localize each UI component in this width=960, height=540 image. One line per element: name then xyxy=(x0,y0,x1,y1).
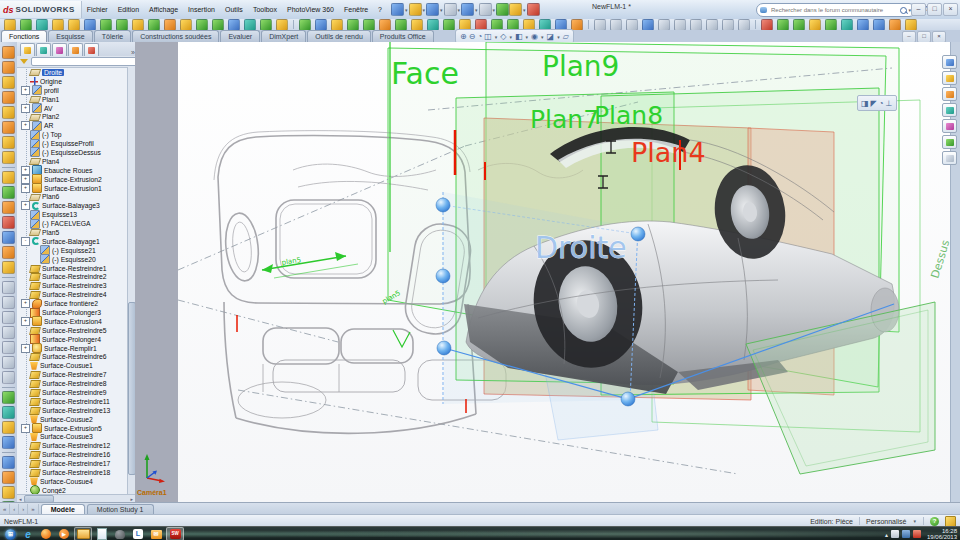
zoom-fit-icon[interactable]: ⊕ xyxy=(460,31,467,43)
toolbar-icon[interactable] xyxy=(841,19,853,31)
tree-item-surface-restreindre4[interactable]: Surface-Restreindre4 xyxy=(17,290,128,299)
toolbar-icon[interactable] xyxy=(2,186,15,199)
toolbar-icon[interactable] xyxy=(2,76,15,89)
menu-edition[interactable]: Edition xyxy=(113,1,144,19)
plan8-label[interactable]: Plan8 xyxy=(594,101,663,130)
toolbar-icon[interactable] xyxy=(443,19,455,31)
gimp-icon[interactable] xyxy=(112,528,128,540)
toolbar-icon[interactable] xyxy=(2,261,15,274)
tree-item-surface-restreindre11[interactable]: Surface-Restreindre11 xyxy=(17,397,128,406)
display-style-icon[interactable]: ◧ xyxy=(515,31,523,43)
undo-button-dropdown-icon[interactable]: ▾ xyxy=(475,7,478,13)
tray-caret-icon[interactable]: ▴ xyxy=(885,531,888,538)
toolbar-icon[interactable] xyxy=(36,19,48,31)
toolbar-icon[interactable] xyxy=(2,246,15,259)
menu-photoview-360[interactable]: PhotoView 360 xyxy=(282,1,339,19)
toolbar-icon[interactable] xyxy=(873,19,885,31)
tree-item-esquissedessus[interactable]: (-) EsquisseDessus xyxy=(17,148,128,157)
model-view[interactable]: plan5 plan5 Face Plan9 Plan7 Plan8 Plan4… xyxy=(178,42,950,502)
toolbar-icon[interactable] xyxy=(2,341,15,354)
control-point[interactable] xyxy=(631,227,645,241)
tree-item-surface-cousue3[interactable]: Surface-Cousue3 xyxy=(17,433,128,442)
menu-affichage[interactable]: Affichage xyxy=(144,1,183,19)
firefox-icon[interactable] xyxy=(38,528,54,540)
tree-item-surface-restreindre3[interactable]: Surface-Restreindre3 xyxy=(17,281,128,290)
toolbar-icon[interactable] xyxy=(2,171,15,184)
open-button[interactable] xyxy=(409,3,422,16)
toolbar-icon[interactable] xyxy=(2,231,15,244)
new-document-button-dropdown-icon[interactable]: ▾ xyxy=(405,7,408,13)
scene-icon[interactable] xyxy=(942,135,957,149)
plan9-label[interactable]: Plan9 xyxy=(542,50,619,83)
plan7-label[interactable]: Plan7 xyxy=(530,105,599,134)
save-button[interactable] xyxy=(426,3,439,16)
previous-view-icon[interactable]: ◔ xyxy=(477,31,482,43)
expand-icon[interactable]: + xyxy=(21,299,30,308)
notepad-icon[interactable] xyxy=(94,528,110,540)
toolbar-icon[interactable] xyxy=(347,19,359,31)
appearance-icon[interactable]: ◨ xyxy=(861,99,869,108)
control-point[interactable] xyxy=(621,392,635,406)
propertymanager-tab[interactable] xyxy=(36,43,51,56)
tree-item-surface-restreindre17[interactable]: Surface-Restreindre17 xyxy=(17,459,128,468)
file-explorer-icon[interactable] xyxy=(942,87,957,101)
media-player-icon[interactable]: ▶ xyxy=(56,528,72,540)
toolbar-icon[interactable] xyxy=(100,19,112,31)
display-style-icon-dropdown-icon[interactable]: ▾ xyxy=(526,34,529,40)
toolbar-icon[interactable] xyxy=(2,281,15,294)
minimize-button[interactable]: – xyxy=(911,3,926,16)
toolbar-icon[interactable] xyxy=(148,19,160,31)
expand-icon[interactable]: + xyxy=(21,175,30,184)
doc-tab-motion-study-1[interactable]: Motion Study 1 xyxy=(87,504,154,515)
toolbar-icon[interactable] xyxy=(2,61,15,74)
resources-icon[interactable] xyxy=(942,55,957,69)
tree-item-surface-restreindre9[interactable]: Surface-Restreindre9 xyxy=(17,388,128,397)
toolbar-icon[interactable] xyxy=(2,456,15,469)
tree-item-surface-restreindre18[interactable]: Surface-Restreindre18 xyxy=(17,468,128,477)
toolbar-icon[interactable] xyxy=(276,19,288,31)
tree-item-surface-extrusion5[interactable]: +Surface-Extrusion5 xyxy=(17,424,128,433)
tab-dimxpert[interactable]: DimXpert xyxy=(261,30,306,42)
toolbar-icon[interactable] xyxy=(68,19,80,31)
tray-icon-network[interactable] xyxy=(902,530,910,538)
toolbar-icon[interactable] xyxy=(706,19,718,31)
tree-item-surface-restreindre13[interactable]: Surface-Restreindre13 xyxy=(17,406,128,415)
tree-item-av[interactable]: +AV xyxy=(17,104,128,113)
toolbar-icon[interactable] xyxy=(2,471,15,484)
tray-icon-alert[interactable] xyxy=(913,530,921,538)
search-input[interactable] xyxy=(769,6,900,14)
toolbar-icon[interactable] xyxy=(825,19,837,31)
rebuild-button[interactable] xyxy=(496,3,509,16)
toolbar-icon[interactable] xyxy=(690,19,702,31)
displaymanager-tab[interactable] xyxy=(84,43,99,56)
tree-item-surface-restreindre12[interactable]: Surface-Restreindre12 xyxy=(17,441,128,450)
toolbar-icon[interactable] xyxy=(84,19,96,31)
menu-[interactable]: ? xyxy=(373,1,387,19)
camera-label[interactable]: Caméra1 xyxy=(137,489,167,496)
menu-fen-tre[interactable]: Fenêtre xyxy=(339,1,373,19)
edit-sketch-icon[interactable]: ◤ xyxy=(871,99,877,108)
expand-icon[interactable]: + xyxy=(21,86,30,95)
tab-t-lerie[interactable]: Tôlerie xyxy=(94,30,131,42)
toolbar-icon[interactable] xyxy=(2,201,15,214)
tree-item-droite[interactable]: Droite xyxy=(17,68,128,77)
section-view-icon[interactable]: ◫ xyxy=(484,31,492,43)
toolbar-icon[interactable] xyxy=(777,19,789,31)
tree-item-ar[interactable]: +AR xyxy=(17,121,128,130)
tree-item-surface-restreindre6[interactable]: Surface-Restreindre6 xyxy=(17,353,128,362)
expand-icon[interactable]: + xyxy=(21,344,30,353)
expand-icon[interactable]: + xyxy=(21,424,30,433)
tree-item-top[interactable]: (-) Top xyxy=(17,130,128,139)
droite-label[interactable]: Droite xyxy=(535,230,627,265)
tree-item-surface-extrusion1[interactable]: +Surface-Extrusion1 xyxy=(17,184,128,193)
restore-button[interactable]: □ xyxy=(927,3,942,16)
appearance-icon-dropdown-icon[interactable]: ▾ xyxy=(557,34,560,40)
doc-tab-nav-3[interactable]: » xyxy=(28,504,38,515)
toolbar-icon[interactable] xyxy=(642,19,654,31)
toolbar-icon[interactable] xyxy=(331,19,343,31)
options-button[interactable] xyxy=(509,3,522,16)
tab-evaluer[interactable]: Evaluer xyxy=(220,30,260,42)
tree-item-facelvega[interactable]: (-) FACELVEGA xyxy=(17,219,128,228)
select-button[interactable] xyxy=(479,3,492,16)
hide-show-icon-dropdown-icon[interactable]: ▾ xyxy=(541,34,544,40)
